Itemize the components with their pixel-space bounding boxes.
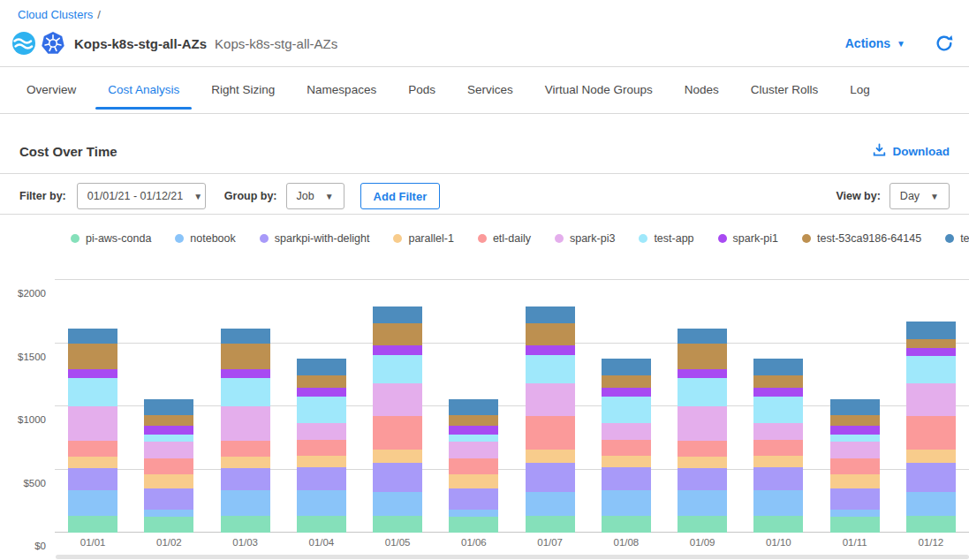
- bar-segment-spark-pi3[interactable]: [297, 423, 346, 440]
- stacked-bar-01-05[interactable]: [373, 306, 422, 533]
- bar-segment-notebook[interactable]: [221, 490, 270, 516]
- tab-services[interactable]: Services: [455, 80, 526, 110]
- stacked-bar-01-02[interactable]: [144, 399, 193, 533]
- bar-segment-test-53ca9186-64145[interactable]: [297, 375, 346, 388]
- bar-segment-test-app[interactable]: [602, 397, 651, 422]
- bar-segment-notebook[interactable]: [906, 492, 956, 517]
- bar-segment-notebook[interactable]: [144, 510, 193, 518]
- bar-segment-test-pkix[interactable]: [602, 359, 651, 375]
- bar-segment-sparkpi-with-delight[interactable]: [221, 468, 270, 490]
- bar-segment-notebook[interactable]: [753, 490, 803, 516]
- bar-segment-test-pkix[interactable]: [753, 359, 803, 375]
- bar-segment-sparkpi-with-delight[interactable]: [144, 488, 193, 510]
- tab-overview[interactable]: Overview: [14, 80, 88, 110]
- bar-segment-test-53ca9186-64145[interactable]: [526, 323, 575, 345]
- bar-segment-spark-pi3[interactable]: [449, 442, 498, 458]
- stacked-bar-01-11[interactable]: [830, 399, 880, 533]
- bar-segment-etl-daily[interactable]: [602, 440, 651, 456]
- bar-segment-spark-pi3[interactable]: [68, 406, 117, 441]
- bar-segment-pi-aws-conda[interactable]: [526, 516, 575, 533]
- bar-segment-test-app[interactable]: [449, 435, 498, 442]
- legend-item-test-53ca9186-64145[interactable]: test-53ca9186-64145: [802, 232, 921, 245]
- legend-item-pi-aws-conda[interactable]: pi-aws-conda: [71, 232, 151, 245]
- legend-item-spark-pi3[interactable]: spark-pi3: [555, 232, 615, 245]
- bar-segment-test-pkix[interactable]: [373, 306, 422, 323]
- bar-segment-parallel-1[interactable]: [297, 456, 346, 468]
- bar-segment-spark-pi3[interactable]: [830, 442, 880, 458]
- bar-segment-test-app[interactable]: [373, 355, 422, 383]
- tab-right-sizing[interactable]: Right Sizing: [199, 80, 287, 110]
- bar-segment-test-53ca9186-64145[interactable]: [449, 415, 498, 426]
- bar-segment-spark-pi1[interactable]: [678, 369, 727, 378]
- bar-segment-pi-aws-conda[interactable]: [68, 516, 117, 533]
- stacked-bar-01-04[interactable]: [297, 359, 346, 533]
- bar-segment-test-pkix[interactable]: [449, 399, 498, 415]
- bar-segment-sparkpi-with-delight[interactable]: [68, 468, 117, 490]
- bar-segment-pi-aws-conda[interactable]: [449, 517, 498, 533]
- bar-segment-test-pkix[interactable]: [144, 399, 193, 415]
- bar-segment-test-pkix[interactable]: [297, 359, 346, 375]
- bar-segment-test-pkix[interactable]: [830, 399, 880, 415]
- bar-segment-etl-daily[interactable]: [526, 416, 575, 450]
- bar-segment-parallel-1[interactable]: [753, 456, 803, 468]
- bar-segment-etl-daily[interactable]: [373, 416, 422, 450]
- bar-segment-parallel-1[interactable]: [449, 474, 498, 488]
- bar-segment-parallel-1[interactable]: [526, 450, 575, 463]
- bar-segment-etl-daily[interactable]: [144, 458, 193, 475]
- bar-segment-test-pkix[interactable]: [68, 329, 117, 344]
- bar-segment-test-53ca9186-64145[interactable]: [602, 375, 651, 388]
- legend-item-test-app[interactable]: test-app: [639, 232, 693, 245]
- bar-segment-test-app[interactable]: [830, 435, 880, 442]
- bar-segment-spark-pi1[interactable]: [221, 369, 270, 378]
- bar-segment-parallel-1[interactable]: [144, 474, 193, 488]
- bar-segment-sparkpi-with-delight[interactable]: [906, 463, 956, 491]
- stacked-bar-01-08[interactable]: [602, 359, 651, 533]
- bar-segment-test-app[interactable]: [297, 397, 346, 422]
- legend-item-parallel-1[interactable]: parallel-1: [393, 232, 453, 245]
- bar-segment-pi-aws-conda[interactable]: [144, 517, 193, 533]
- tab-log[interactable]: Log: [837, 80, 882, 110]
- bar-segment-spark-pi1[interactable]: [144, 426, 193, 435]
- bar-segment-test-53ca9186-64145[interactable]: [144, 415, 193, 426]
- date-range-select[interactable]: 01/01/21 - 01/12/21 ▼: [77, 183, 206, 209]
- bar-segment-spark-pi3[interactable]: [221, 406, 270, 441]
- bar-segment-etl-daily[interactable]: [753, 440, 803, 456]
- bar-segment-test-app[interactable]: [144, 435, 193, 442]
- bar-segment-test-pkix[interactable]: [221, 329, 270, 344]
- bar-segment-sparkpi-with-delight[interactable]: [753, 467, 803, 490]
- stacked-bar-01-01[interactable]: [68, 329, 117, 533]
- bar-segment-etl-daily[interactable]: [449, 458, 498, 475]
- group-by-select[interactable]: Job ▼: [286, 183, 344, 209]
- bar-segment-test-app[interactable]: [753, 397, 803, 422]
- bar-segment-spark-pi3[interactable]: [678, 406, 727, 441]
- bar-segment-etl-daily[interactable]: [221, 441, 270, 458]
- bar-segment-pi-aws-conda[interactable]: [906, 516, 956, 533]
- actions-button[interactable]: Actions ▼: [845, 36, 905, 50]
- legend-item-test-pkix[interactable]: test-pkix: [945, 232, 969, 245]
- bar-segment-pi-aws-conda[interactable]: [830, 517, 880, 533]
- bar-segment-notebook[interactable]: [449, 510, 498, 518]
- bar-segment-spark-pi1[interactable]: [602, 388, 651, 397]
- tab-nodes[interactable]: Nodes: [672, 80, 731, 110]
- bar-segment-parallel-1[interactable]: [906, 450, 956, 463]
- bar-segment-test-app[interactable]: [526, 355, 575, 383]
- bar-segment-notebook[interactable]: [678, 490, 727, 516]
- bar-segment-parallel-1[interactable]: [68, 457, 117, 468]
- tab-cost-analysis[interactable]: Cost Analysis: [95, 80, 192, 110]
- bar-segment-spark-pi1[interactable]: [753, 388, 803, 397]
- bar-segment-pi-aws-conda[interactable]: [678, 516, 727, 533]
- bar-segment-etl-daily[interactable]: [297, 440, 346, 456]
- bar-segment-parallel-1[interactable]: [602, 456, 651, 468]
- bar-segment-notebook[interactable]: [297, 490, 346, 516]
- bar-segment-spark-pi1[interactable]: [906, 348, 956, 356]
- stacked-bar-01-12[interactable]: [906, 322, 956, 533]
- legend-item-spark-pi1[interactable]: spark-pi1: [718, 232, 778, 245]
- bar-segment-pi-aws-conda[interactable]: [753, 516, 803, 533]
- legend-item-notebook[interactable]: notebook: [175, 232, 235, 245]
- stacked-bar-01-07[interactable]: [526, 306, 575, 533]
- bar-segment-spark-pi3[interactable]: [602, 423, 651, 440]
- bar-segment-sparkpi-with-delight[interactable]: [602, 467, 651, 490]
- bar-segment-test-53ca9186-64145[interactable]: [678, 344, 727, 369]
- bar-segment-test-53ca9186-64145[interactable]: [68, 344, 117, 369]
- bar-segment-test-app[interactable]: [68, 378, 117, 406]
